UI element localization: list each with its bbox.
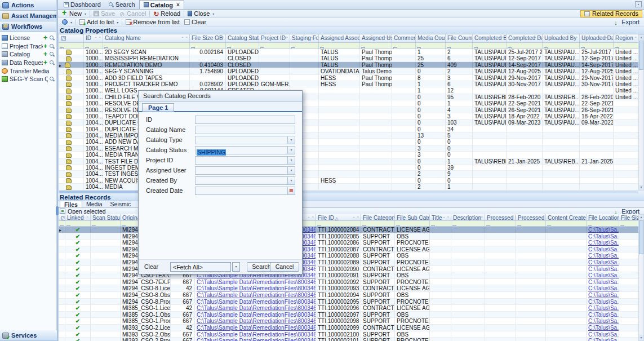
file-path-link[interactable]: C:\Talus\Sa... xyxy=(588,272,619,278)
column-header-file-size[interactable]: File Size xyxy=(619,214,638,220)
file-path-link[interactable]: C:\Talus\Sa... xyxy=(588,279,619,285)
assigned-user-select[interactable]: ▾ xyxy=(195,166,295,175)
cancel-button[interactable]: Cancel xyxy=(270,262,299,272)
open-selected-button[interactable]: Open selected xyxy=(68,208,106,215)
filter-cell[interactable] xyxy=(319,43,360,48)
filter-cell[interactable] xyxy=(546,221,587,226)
save-button[interactable]: Save xyxy=(91,10,117,17)
filter-cell[interactable] xyxy=(259,43,290,48)
chevron-down-icon[interactable]: ▾ xyxy=(287,167,295,174)
table-row[interactable]: 1000...2D SEGY SCAN0.002164UPLOADEDTALUS… xyxy=(59,49,638,55)
tab-catalog[interactable]: Catalog × xyxy=(139,0,184,9)
column-header-title[interactable]: Title xyxy=(430,214,451,220)
vertical-scrollbar[interactable]: ▲ ▼ xyxy=(638,214,644,341)
sidebar-section-workflows[interactable]: Workflows xyxy=(0,21,56,32)
table-row[interactable]: 1000...PROJECT TRACKER DEMO0.028902UPLOA… xyxy=(59,81,638,87)
catalog-name-input[interactable] xyxy=(195,126,295,134)
column-header-assigned-assoc[interactable]: Assigned Assoc xyxy=(319,34,360,42)
chevron-down-icon[interactable]: ▾ xyxy=(287,157,295,164)
chevron-down-icon[interactable]: ▾ xyxy=(287,177,295,184)
sidebar-item-catalog[interactable]: Catalog + xyxy=(0,50,56,59)
file-path-link[interactable]: C:\Talus\Sample Data\RemediationFiles\80… xyxy=(197,305,316,311)
file-path-link[interactable]: C:\Talus\Sa... xyxy=(588,318,619,324)
scroll-down-icon[interactable]: ▼ xyxy=(639,335,643,340)
sync-button[interactable] xyxy=(60,18,74,26)
column-header-catalog-status[interactable]: Catalog Status xyxy=(226,34,259,42)
tab-search[interactable]: Search xyxy=(105,0,139,9)
file-path-link[interactable]: C:\Talus\Sa... xyxy=(588,325,619,331)
column-header-media-count[interactable]: Media Count xyxy=(416,34,446,42)
column-header-row-selector[interactable] xyxy=(59,214,65,220)
catalog-type-select[interactable]: ▾ xyxy=(195,136,295,144)
export-button[interactable]: Export xyxy=(614,19,639,25)
column-header-region[interactable]: Region xyxy=(614,34,638,42)
search-icon[interactable] xyxy=(49,76,55,82)
filter-cell[interactable] xyxy=(103,43,190,48)
filter-cell[interactable] xyxy=(316,221,361,226)
id-input[interactable] xyxy=(195,116,295,124)
sidebar-section-services[interactable]: Services xyxy=(0,330,57,341)
filter-cell[interactable] xyxy=(473,43,507,48)
table-row[interactable]: ▸1000...REMEDIATION DEMO0.410403CLOSEDTA… xyxy=(59,62,638,68)
filter-cell[interactable] xyxy=(395,221,430,226)
filter-cell[interactable] xyxy=(91,221,121,226)
search-icon[interactable] xyxy=(49,35,55,41)
file-path-link[interactable]: C:\Talus\Sa... xyxy=(588,259,619,265)
filter-cell[interactable] xyxy=(516,221,546,226)
column-header-linked[interactable]: Linked xyxy=(65,214,91,220)
close-tab-icon[interactable]: × xyxy=(176,2,180,7)
scroll-up-icon[interactable]: ▲ xyxy=(639,215,643,220)
column-header-processed-date[interactable]: Processed Date xyxy=(516,214,546,220)
add-to-list-button[interactable]: Add to list xyxy=(77,18,121,26)
filter-cell[interactable] xyxy=(190,43,226,48)
table-row[interactable]: ✔MI294_CSO-8.LicenseAgre...42C:\Talus\Sa… xyxy=(59,285,638,292)
related-records-button[interactable]: Related Records xyxy=(580,10,642,17)
filter-cell[interactable] xyxy=(290,43,319,48)
sidebar-section-asset-management[interactable]: Asset Management xyxy=(0,11,56,21)
created-by-select[interactable]: ▾ xyxy=(195,176,295,185)
file-path-link[interactable]: C:\Talus\Sa... xyxy=(588,331,619,338)
clear-list-button[interactable]: Clear xyxy=(182,18,208,26)
filter-cell[interactable] xyxy=(587,221,619,226)
column-header-id[interactable]: ID xyxy=(84,34,103,42)
reload-button[interactable]: Reload xyxy=(151,10,183,17)
sidebar-item-segy-scan-queue[interactable]: SEG-Y Scan Queue xyxy=(0,75,56,83)
search-icon[interactable] xyxy=(49,43,55,49)
filter-cell[interactable] xyxy=(619,221,638,226)
filter-cell[interactable] xyxy=(59,43,84,48)
column-header-processed-by[interactable]: Processed By xyxy=(485,214,516,220)
filter-cell[interactable] xyxy=(543,43,580,48)
splitter-handle[interactable] xyxy=(56,206,59,215)
calendar-icon[interactable]: ▦ xyxy=(287,187,295,194)
add-icon[interactable]: + xyxy=(43,51,48,57)
vertical-scrollbar[interactable]: ▲ ▼ xyxy=(638,34,644,191)
table-row[interactable]: 1000...MISSISSIPPI REMEDIATIONCLOSEDTALU… xyxy=(59,55,638,61)
filter-cell[interactable] xyxy=(451,221,485,226)
file-path-link[interactable]: C:\Talus\Sample Data\RemediationFiles\80… xyxy=(197,285,316,291)
related-export-button[interactable]: Export xyxy=(614,208,639,215)
table-row[interactable]: ✔MI294_CSO-8.Obs.pdf667C:\Talus\Sample D… xyxy=(59,292,638,299)
column-header-file-size-gb[interactable]: File Size GB xyxy=(190,34,226,42)
column-header-assigned-user[interactable]: Assigned User xyxy=(360,34,392,42)
column-header-scan-status[interactable]: Scan Status xyxy=(91,214,121,220)
column-header-file-location[interactable]: File Location xyxy=(587,214,619,220)
created-date-input[interactable]: ▦ xyxy=(195,187,295,195)
file-path-link[interactable]: C:\Talus\Sample Data\RemediationFiles\80… xyxy=(197,292,316,298)
filter-cell[interactable] xyxy=(430,221,451,226)
column-header-file-category[interactable]: File Category xyxy=(361,214,395,220)
filter-cell[interactable] xyxy=(59,221,65,226)
column-header-staging-folder[interactable]: Staging Folder xyxy=(290,34,319,42)
file-path-link[interactable]: C:\Talus\Sa... xyxy=(588,233,619,240)
column-header-catalog-name[interactable]: Catalog Name xyxy=(103,34,190,42)
file-path-link[interactable]: C:\Talus\Sample Data\RemediationFiles\80… xyxy=(197,318,316,324)
remove-from-list-button[interactable]: Remove from list xyxy=(123,18,182,26)
table-row[interactable]: ✔MI393_CSO-2.Obs.pdf667C:\Talus\Sample D… xyxy=(59,331,638,338)
project-id-select[interactable]: ▾ xyxy=(195,156,295,165)
file-path-link[interactable]: C:\Talus\Sa... xyxy=(588,266,619,272)
file-path-link[interactable]: C:\Talus\Sample Data\RemediationFiles\80… xyxy=(197,325,316,331)
cancel-button[interactable]: Cancel xyxy=(117,10,148,17)
file-path-link[interactable]: C:\Talus\Sa... xyxy=(588,312,619,318)
table-row[interactable]: ✔MI385_CSO-1.LicenseAgre...42C:\Talus\Sa… xyxy=(59,305,638,312)
column-header-description[interactable]: Description xyxy=(451,214,485,220)
filter-cell[interactable] xyxy=(580,43,614,48)
